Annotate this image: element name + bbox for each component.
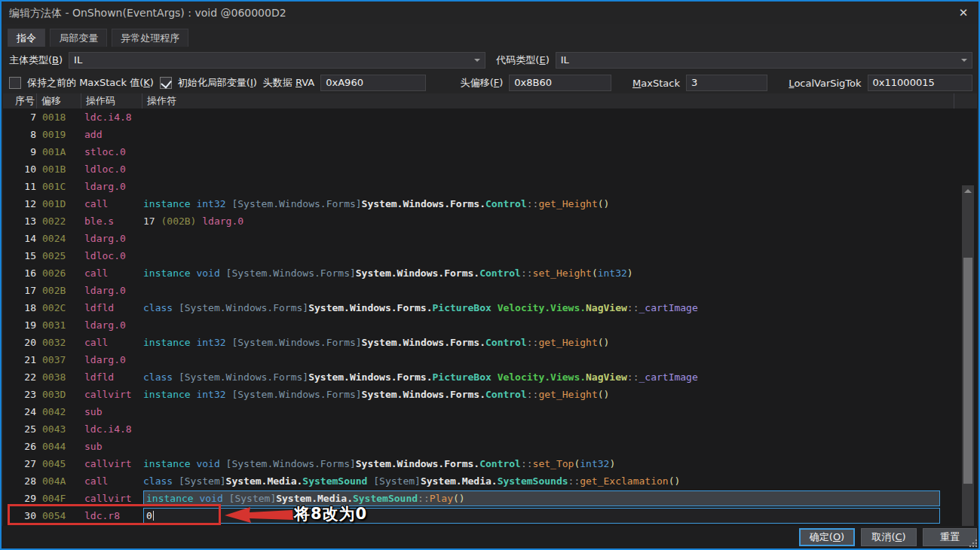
instr-offset: 0024 [36, 230, 83, 247]
instr-operand[interactable] [143, 438, 960, 455]
instr-index: 16 [3, 264, 36, 282]
scrollbar-up-icon[interactable] [962, 185, 974, 197]
table-row[interactable]: 70018ldc.i4.8 [3, 108, 960, 126]
vertical-scrollbar[interactable] [962, 185, 974, 550]
header-offset-input[interactable]: 0x8B60 [509, 75, 611, 91]
scrollbar-thumb[interactable] [963, 258, 972, 484]
instr-operand[interactable]: instance int32 [System.Windows.Forms]Sys… [143, 334, 960, 351]
localvarsigtok-label: LocalVarSigTok [789, 78, 861, 89]
operand-segment: System.Windows.Forms. [356, 267, 479, 279]
instr-index: 11 [3, 178, 36, 195]
table-row[interactable]: 130022ble.s17 (002B) ldarg.0 [3, 212, 960, 230]
instr-operand[interactable]: instance int32 [System.Windows.Forms]Sys… [143, 386, 960, 403]
instr-opcode: call [83, 472, 143, 490]
column-header-operand[interactable]: 操作符 [142, 93, 954, 108]
operand-segment: ( [592, 267, 598, 279]
table-row[interactable]: 80019add [3, 126, 960, 143]
instr-index: 21 [3, 351, 36, 368]
operand-segment: [System.Windows.Forms] [226, 458, 356, 469]
body-type-select[interactable]: IL [69, 52, 485, 69]
init-locals-checkbox[interactable] [160, 77, 172, 89]
instr-operand[interactable]: instance void [System.Windows.Forms]Syst… [143, 264, 960, 282]
instr-operand[interactable]: 17 (002B) ldarg.0 [143, 212, 960, 230]
instr-opcode: ldc.i4.8 [83, 108, 143, 126]
operand-segment: class [143, 475, 179, 487]
table-row[interactable]: 29004Fcallvirtinstance void [System]Syst… [3, 490, 960, 507]
table-row[interactable]: 140024ldarg.0 [3, 230, 960, 247]
instr-operand[interactable]: class [System.Windows.Forms]System.Windo… [143, 368, 960, 386]
table-row[interactable]: 160026callinstance void [System.Windows.… [3, 264, 960, 282]
column-header-offset[interactable]: 偏移 [37, 93, 81, 108]
localvarsigtok-input[interactable]: 0x11000015 [868, 75, 972, 91]
operand-segment: :: [521, 267, 533, 279]
instr-operand[interactable] [143, 230, 960, 247]
operand-segment: SystemSound [302, 475, 367, 487]
operand-segment: instance [143, 267, 196, 279]
column-header-index[interactable]: 序号 [3, 93, 37, 108]
instr-operand[interactable] [143, 351, 960, 368]
table-row[interactable]: 18002Cldfldclass [System.Windows.Forms]S… [3, 299, 960, 316]
chevron-down-icon[interactable] [958, 53, 971, 67]
resize-grip[interactable] [969, 539, 978, 548]
operand-segment: System.Windows.Forms. [362, 198, 485, 209]
header-rva-label: 头数据 RVA [263, 76, 314, 90]
table-row[interactable]: 150025ldloc.0 [3, 247, 960, 264]
table-row[interactable]: 17002Bldarg.0 [3, 282, 960, 299]
tab-exception-handlers[interactable]: 异常处理程序 [112, 29, 188, 47]
table-row[interactable]: 23003Dcallvirtinstance int32 [System.Win… [3, 386, 960, 403]
table-row[interactable]: 10001Bldloc.0 [3, 160, 960, 178]
instr-opcode: ldfld [83, 368, 143, 386]
operand-segment: PictureBox [433, 371, 492, 383]
tab-instructions[interactable]: 指令 [8, 29, 45, 47]
instr-operand[interactable] [143, 126, 960, 143]
tab-locals[interactable]: 局部变量 [50, 29, 107, 47]
instr-operand[interactable] [143, 403, 960, 420]
instr-operand[interactable] [143, 282, 960, 299]
maxstack-input[interactable]: 3 [686, 75, 767, 91]
instr-index: 27 [3, 455, 36, 472]
cancel-button[interactable]: 取消(C) [861, 528, 917, 546]
instr-operand[interactable] [143, 160, 960, 178]
column-header-opcode[interactable]: 操作码 [81, 93, 142, 108]
table-row[interactable]: 9001Astloc.0 [3, 143, 960, 160]
operand-segment: instance [143, 337, 196, 348]
code-type-select[interactable]: IL [556, 52, 972, 69]
keep-maxstack-checkbox[interactable] [9, 77, 21, 89]
table-row[interactable]: 190031ldarg.0 [3, 316, 960, 334]
operand-segment: System.Media. [226, 475, 303, 487]
instr-operand[interactable] [143, 108, 960, 126]
instr-operand[interactable]: class [System]System.Media.SystemSound [… [143, 472, 960, 490]
table-row[interactable]: 210037ldarg.0 [3, 351, 960, 368]
instr-operand[interactable]: instance int32 [System.Windows.Forms]Sys… [143, 195, 960, 212]
instr-operand[interactable] [143, 420, 960, 438]
instr-operand[interactable] [143, 178, 960, 195]
operand-segment: int32 [580, 458, 609, 469]
table-row[interactable]: 220038ldfldclass [System.Windows.Forms]S… [3, 368, 960, 386]
table-row[interactable]: 12001Dcallinstance int32 [System.Windows… [3, 195, 960, 212]
table-row[interactable]: 300054ldc.r80 [3, 507, 960, 524]
instr-operand[interactable]: instance void [System]System.Media.Syste… [143, 490, 960, 507]
instr-operand[interactable] [143, 247, 960, 264]
instr-operand[interactable] [143, 316, 960, 334]
operand-segment: void [196, 267, 225, 279]
table-row[interactable]: 260044sub [3, 438, 960, 455]
table-row[interactable]: 11001Cldarg.0 [3, 178, 960, 195]
operand-segment: SystemSound [353, 493, 418, 504]
instr-operand[interactable]: class [System.Windows.Forms]System.Windo… [143, 299, 960, 316]
close-icon[interactable]: ✕ [953, 4, 974, 22]
table-row[interactable]: 28004Acallclass [System]System.Media.Sys… [3, 472, 960, 490]
maxstack-label: MaxStack [632, 78, 680, 89]
ok-button[interactable]: 确定(O) [799, 528, 855, 546]
header-rva-input[interactable]: 0xA960 [320, 75, 425, 91]
operand-segment: int32 [196, 337, 231, 348]
instr-operand[interactable]: instance void [System.Windows.Forms]Syst… [143, 455, 960, 472]
instr-operand[interactable] [143, 143, 960, 160]
operand-segment: Velocity.Views. [498, 302, 586, 313]
table-row[interactable]: 200032callinstance int32 [System.Windows… [3, 334, 960, 351]
chevron-down-icon[interactable] [471, 53, 484, 67]
operand-segment: int32 [196, 198, 231, 209]
table-row[interactable]: 270045callvirtinstance void [System.Wind… [3, 455, 960, 472]
operand-selected-box[interactable]: instance void [System]System.Media.Syste… [143, 490, 940, 506]
table-row[interactable]: 250043ldc.i4.8 [3, 420, 960, 438]
table-row[interactable]: 240042sub [3, 403, 960, 420]
